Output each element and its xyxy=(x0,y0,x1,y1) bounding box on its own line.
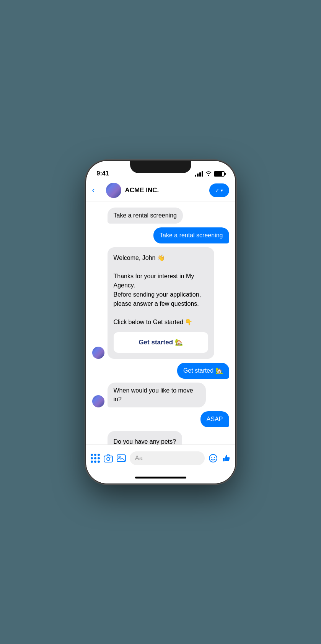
outgoing-bubble: Take a rental screening xyxy=(153,227,229,243)
notch xyxy=(130,161,191,173)
message-row: Take a rental screening xyxy=(92,208,229,224)
outgoing-bubble: ASAP xyxy=(200,411,229,427)
card-body: Welcome, John 👋 Thanks for your interest… xyxy=(114,253,208,327)
nav-bar: ‹ ACME INC. ✓ ▾ xyxy=(86,180,235,201)
message-input[interactable]: Aa xyxy=(130,451,205,465)
camera-button[interactable] xyxy=(104,454,113,462)
bot-avatar xyxy=(92,395,104,407)
status-icons xyxy=(195,171,225,178)
message-row: Do you have any pets? Yes xyxy=(92,431,229,444)
svg-rect-8 xyxy=(223,458,225,461)
image-button[interactable] xyxy=(117,454,126,462)
phone-frame: 9:41 xyxy=(86,161,235,483)
status-time: 9:41 xyxy=(97,170,109,178)
emoji-button[interactable] xyxy=(209,454,218,463)
bot-avatar xyxy=(92,347,104,359)
svg-point-5 xyxy=(209,454,217,462)
message-row: When would you like to move in? xyxy=(92,383,229,407)
svg-point-4 xyxy=(119,456,120,458)
check-icon: ✓ xyxy=(215,187,220,193)
svg-point-2 xyxy=(111,457,111,458)
back-button[interactable]: ‹ xyxy=(92,185,106,195)
get-started-button[interactable]: Get started 🏡 xyxy=(114,332,208,353)
phone-screen: 9:41 xyxy=(86,161,235,483)
svg-point-7 xyxy=(214,457,215,458)
battery-icon xyxy=(214,171,225,177)
grid-icon-button[interactable] xyxy=(91,454,100,463)
question-text: Do you have any pets? xyxy=(114,437,176,444)
message-row: Get started 🏡 xyxy=(92,363,229,379)
message-row: Take a rental screening xyxy=(92,227,229,243)
svg-point-1 xyxy=(107,457,110,461)
svg-rect-0 xyxy=(104,456,112,462)
incoming-bubble: When would you like to move in? xyxy=(108,383,206,407)
chat-area: Take a rental screening Take a rental sc… xyxy=(86,201,235,444)
chevron-down-icon: ▾ xyxy=(221,188,223,193)
incoming-bubble: Take a rental screening xyxy=(108,208,183,224)
svg-point-6 xyxy=(211,457,212,458)
wifi-icon xyxy=(205,171,212,177)
home-bar xyxy=(135,477,186,479)
outgoing-bubble: Get started 🏡 xyxy=(177,363,229,379)
message-row: ASAP xyxy=(92,411,229,427)
svg-rect-3 xyxy=(117,455,125,462)
action-button[interactable]: ✓ ▾ xyxy=(209,183,229,197)
thumbsup-button[interactable] xyxy=(222,454,231,463)
signal-icon xyxy=(195,171,203,177)
avatar xyxy=(106,183,121,198)
input-placeholder: Aa xyxy=(135,454,143,462)
question-card: Do you have any pets? Yes xyxy=(108,431,182,444)
input-bar: Aa xyxy=(86,444,235,472)
nav-title: ACME INC. xyxy=(125,187,209,194)
message-row: Welcome, John 👋 Thanks for your interest… xyxy=(92,247,229,359)
home-indicator xyxy=(86,472,235,483)
grid-icon xyxy=(91,454,100,463)
message-card: Welcome, John 👋 Thanks for your interest… xyxy=(108,247,214,359)
